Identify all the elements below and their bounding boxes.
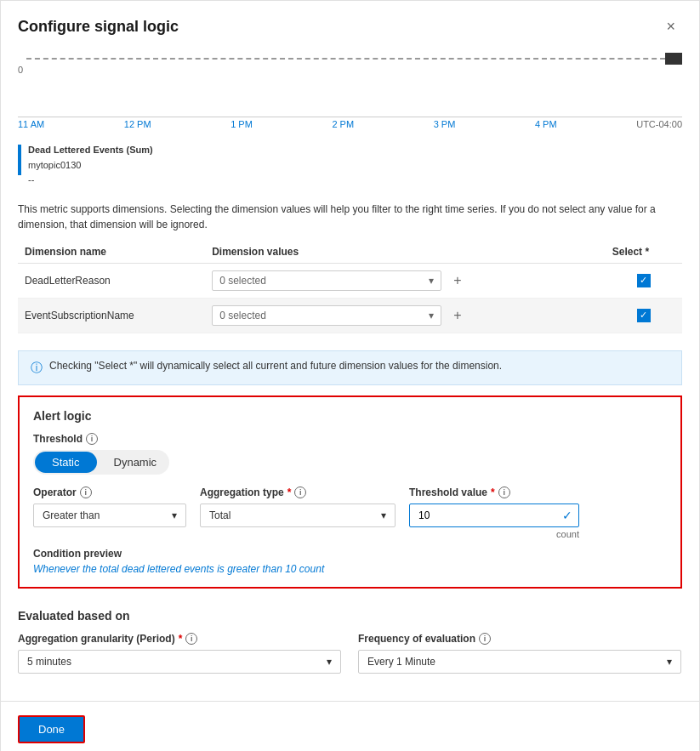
info-circle-icon: ⓘ [31, 361, 43, 376]
dimensions-info-text: This metric supports dimensions. Selecti… [18, 202, 682, 232]
count-label: count [409, 529, 579, 539]
legend-metric-name: Dead Lettered Events (Sum) [28, 143, 153, 158]
dashed-line [26, 58, 674, 60]
agg-type-label: Aggregation type * i [200, 486, 396, 498]
time-axis: 11 AM 12 PM 1 PM 2 PM 3 PM 4 PM UTC-04:0… [18, 117, 682, 131]
threshold-info-icon[interactable]: i [86, 433, 98, 445]
dim-values-cell-0: 0 selected + [205, 263, 606, 298]
dialog-header: Configure signal logic × [1, 1, 699, 49]
dim-add-btn-1[interactable]: + [453, 308, 461, 323]
legend-value: -- [28, 173, 153, 188]
legend-area: Dead Lettered Events (Sum) mytopic0130 -… [1, 139, 699, 195]
dimension-info-box: ⓘ Checking "Select *" will dynamically s… [18, 350, 682, 385]
dim-select-cell-0: ✓ [606, 263, 682, 298]
dim-checkbox-1[interactable]: ✓ [637, 309, 651, 322]
aggregation-type-dropdown[interactable]: Total [200, 504, 396, 527]
period-dropdown[interactable]: 5 minutes [18, 650, 341, 674]
evaluated-section: Evaluated based on Aggregation granulari… [1, 599, 699, 684]
time-label-utc: UTC-04:00 [636, 119, 682, 129]
threshold-input-wrapper: ✓ [409, 504, 579, 527]
dialog-title: Configure signal logic [18, 18, 179, 36]
period-info-icon[interactable]: i [185, 633, 197, 645]
frequency-field-group: Frequency of evaluation i Every 1 Minute [358, 633, 681, 674]
dim-dropdown-value-1: 0 selected [219, 310, 266, 321]
dim-dropdown-value-0: 0 selected [219, 275, 266, 287]
legend-topic: mytopic0130 [28, 158, 153, 174]
dim-header-values: Dimension values [205, 241, 606, 264]
chart-zero-label: 0 [18, 65, 23, 75]
chart-area: 0 11 AM 12 PM 1 PM 2 PM 3 PM 4 PM UTC-04… [1, 49, 699, 139]
agg-type-required: * [287, 486, 292, 498]
time-label-11am: 11 AM [18, 119, 44, 129]
aggregation-type-field-group: Aggregation type * i Total [200, 486, 396, 539]
legend-text: Dead Lettered Events (Sum) mytopic0130 -… [28, 143, 153, 188]
dynamic-toggle-button[interactable]: Dynamic [97, 452, 174, 473]
threshold-value-info-icon[interactable]: i [498, 486, 510, 498]
threshold-value-label: Threshold value * i [409, 486, 579, 498]
frequency-dropdown[interactable]: Every 1 Minute [358, 650, 681, 674]
info-box-text: Checking "Select *" will dynamically sel… [49, 360, 502, 372]
done-button[interactable]: Done [18, 715, 85, 743]
agg-type-chevron [381, 509, 386, 521]
condition-preview-title: Condition preview [33, 548, 667, 560]
threshold-value-field-group: Threshold value * i ✓ count [409, 486, 579, 539]
legend-bar [18, 145, 21, 175]
table-row: EventSubscriptionName 0 selected + ✓ [18, 298, 682, 333]
dim-add-btn-0[interactable]: + [453, 273, 461, 288]
agg-type-info-icon[interactable]: i [294, 486, 306, 498]
threshold-required: * [491, 486, 495, 498]
operator-field-group: Operator i Greater than [33, 486, 186, 539]
eval-fields-row: Aggregation granularity (Period) * i 5 m… [18, 633, 682, 674]
time-label-1pm: 1 PM [230, 119, 253, 129]
period-required: * [179, 633, 183, 645]
alert-logic-title: Alert logic [33, 409, 667, 423]
period-label: Aggregation granularity (Period) * i [18, 633, 341, 645]
threshold-toggle-group: Static Dynamic [33, 450, 169, 475]
dim-dropdown-deadletter[interactable]: 0 selected [212, 270, 441, 291]
agg-type-value: Total [209, 509, 230, 521]
dim-chevron-1 [429, 310, 434, 321]
alert-fields-row: Operator i Greater than Aggregation type… [33, 486, 667, 539]
time-label-4pm: 4 PM [535, 119, 557, 129]
chart-container: 0 [18, 49, 682, 117]
frequency-info-icon[interactable]: i [479, 633, 491, 645]
operator-label: Operator i [33, 486, 186, 498]
footer: Done [1, 702, 699, 751]
condition-preview-text: Whenever the total dead lettered events … [33, 563, 667, 575]
period-chevron [327, 656, 332, 668]
frequency-chevron [667, 656, 672, 668]
frequency-value: Every 1 Minute [367, 656, 435, 668]
time-label-12pm: 12 PM [124, 119, 151, 129]
dim-name-deadletter: DeadLetterReason [18, 263, 205, 298]
dim-dropdown-eventsub[interactable]: 0 selected [212, 305, 441, 326]
dim-header-select: Select * [606, 241, 682, 264]
evaluated-title: Evaluated based on [18, 609, 682, 623]
operator-chevron [172, 509, 177, 521]
operator-dropdown[interactable]: Greater than [33, 504, 186, 527]
dim-checkbox-0[interactable]: ✓ [637, 274, 651, 287]
static-toggle-button[interactable]: Static [35, 452, 97, 473]
threshold-label: Threshold i [33, 433, 667, 445]
dim-values-cell-1: 0 selected + [205, 298, 606, 333]
dimensions-info-section: This metric supports dimensions. Selecti… [1, 195, 699, 342]
dim-select-cell-1: ✓ [606, 298, 682, 333]
operator-value: Greater than [43, 509, 100, 521]
chart-black-rect [665, 53, 682, 65]
time-label-3pm: 3 PM [434, 119, 456, 129]
dim-chevron-0 [429, 275, 434, 287]
time-label-2pm: 2 PM [332, 119, 354, 129]
table-row: DeadLetterReason 0 selected + ✓ [18, 263, 682, 298]
threshold-value-input[interactable] [409, 504, 579, 527]
frequency-label: Frequency of evaluation i [358, 633, 681, 645]
configure-signal-logic-dialog: Configure signal logic × 0 11 AM 12 PM 1… [0, 0, 700, 751]
period-value: 5 minutes [27, 656, 71, 668]
dim-header-name: Dimension name [18, 241, 205, 264]
period-field-group: Aggregation granularity (Period) * i 5 m… [18, 633, 341, 674]
dim-name-eventsub: EventSubscriptionName [18, 298, 205, 333]
threshold-check-icon: ✓ [562, 509, 572, 522]
dimensions-table: Dimension name Dimension values Select *… [18, 241, 682, 333]
operator-info-icon[interactable]: i [80, 486, 92, 498]
alert-logic-section: Alert logic Threshold i Static Dynamic O… [18, 395, 682, 589]
close-button[interactable]: × [659, 14, 682, 39]
